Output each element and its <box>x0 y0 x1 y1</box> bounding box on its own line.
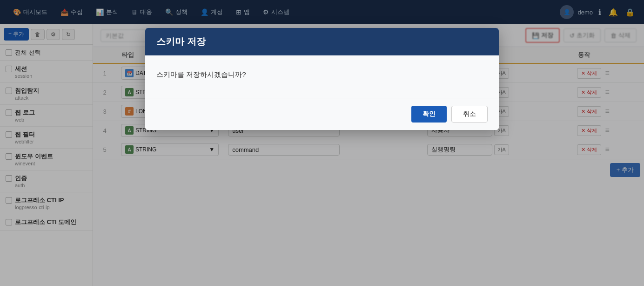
save-schema-modal: 스키마 저장 스키마를 저장하시겠습니까? 확인 취소 <box>145 28 499 130</box>
cancel-button[interactable]: 취소 <box>451 106 488 123</box>
modal-footer: 확인 취소 <box>145 98 499 130</box>
confirm-button[interactable]: 확인 <box>411 106 447 123</box>
modal-header: 스키마 저장 <box>145 28 499 55</box>
modal-body: 스키마를 저장하시겠습니까? <box>145 55 499 98</box>
modal-overlay: 스키마 저장 스키마를 저장하시겠습니까? 확인 취소 <box>0 0 644 286</box>
